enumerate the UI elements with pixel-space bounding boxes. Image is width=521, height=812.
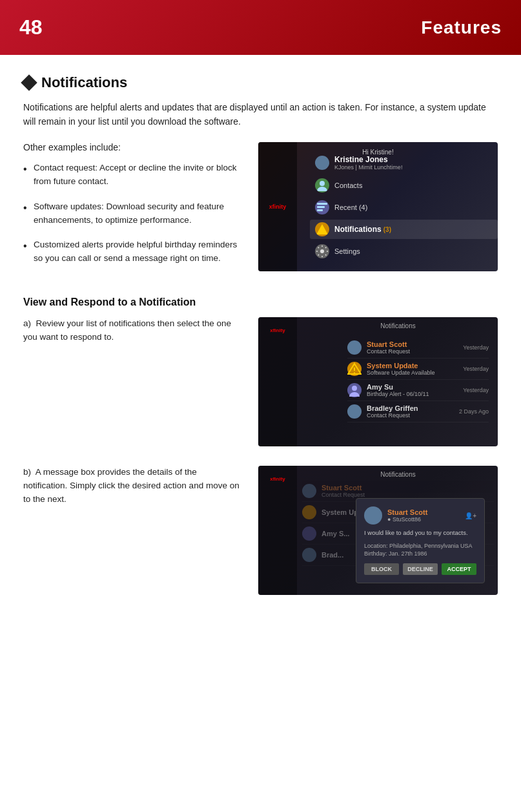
svg-marker-4 — [316, 224, 328, 234]
sc1-notif-label: Notifications (3) — [334, 225, 391, 234]
decline-button[interactable]: Decline — [403, 563, 438, 575]
sc3-bg-sub-1: Contact Request — [322, 492, 494, 498]
step-b-row: b) A message box provides the details of… — [23, 466, 498, 595]
sc1-sidebar: xfinity — [258, 142, 297, 271]
notifications-section-heading: Notifications — [23, 74, 498, 91]
step-b-label: b) — [23, 467, 31, 477]
screenshot3-col: xfinity Notifications Stuart Scott Conta… — [258, 466, 498, 595]
sc2-date-3: Yesterday — [463, 387, 489, 393]
step-a-text: a) Review your list of notifications the… — [23, 317, 243, 344]
sc2-item-info-2: System Update Software Update Available — [367, 362, 458, 376]
sc2-item-2[interactable]: System Update Software Update Available … — [347, 359, 489, 380]
sc1-settings-icon — [315, 244, 329, 258]
svg-point-9 — [352, 386, 357, 391]
sc1-notif-row[interactable]: Notifications (3) — [310, 220, 498, 239]
sc3-header: Notifications — [302, 466, 494, 481]
sc1-contacts-icon — [315, 178, 329, 193]
diamond-icon — [21, 74, 37, 90]
sc2-item-3[interactable]: Amy Su Birthday Alert - 06/10/11 Yesterd… — [347, 380, 489, 401]
sc2-name-2: System Update — [367, 362, 458, 370]
sc2-date-4: 2 Days Ago — [459, 408, 489, 415]
step-a-label: a) — [23, 318, 31, 328]
screenshot1-col: Hi Kristine! xfinity Kristine Jones KJon… — [258, 142, 498, 271]
sc2-xfinity-logo: xfinity — [258, 322, 297, 338]
popup-handle: ● StuScott86 — [387, 516, 427, 523]
screenshot2-col: xfinity Notifications Stuart Scott Conta… — [258, 317, 498, 446]
popup-avatar — [364, 506, 382, 525]
step-a-left: a) Review your list of notifications the… — [23, 317, 243, 352]
page-header: 48 Features — [0, 0, 521, 55]
svg-point-0 — [320, 181, 325, 186]
sc1-recent-row[interactable]: Recent (4) — [310, 198, 498, 217]
sc1-notif-icon — [315, 222, 329, 236]
sc2-name-4: Bradley Griffen — [367, 404, 454, 412]
intro-two-col: Other examples include: Contact request:… — [23, 142, 498, 278]
sc2-item-1[interactable]: Stuart Scott Contact Request Yesterday — [347, 337, 489, 359]
feature-bullets: Contact request: Accept or decline the i… — [23, 161, 243, 266]
sc1-settings-label: Settings — [334, 247, 360, 255]
other-examples-label: Other examples include: — [23, 142, 243, 152]
xfinity-logo: xfinity — [269, 203, 287, 210]
popup-body: I would like to add you to my contacts. — [364, 528, 476, 537]
bullet-customized-alerts: Customized alerts provide helpful birthd… — [23, 238, 243, 265]
svg-point-5 — [320, 249, 324, 253]
sc1-user-row: Kristine Jones KJones | Mimit Lunchtime! — [310, 152, 498, 173]
sc1-user-info: Kristine Jones KJones | Mimit Lunchtime! — [334, 155, 402, 171]
view-respond-heading: View and Respond to a Notification — [23, 297, 498, 308]
sc1-recent-icon — [315, 200, 329, 214]
view-respond-section: View and Respond to a Notification a) Re… — [23, 297, 498, 595]
notifications-description: Notifications are helpful alerts and upd… — [23, 100, 498, 129]
svg-rect-1 — [317, 203, 327, 205]
sc2-date-2: Yesterday — [463, 366, 489, 372]
step-b-text: b) A message box provides the details of… — [23, 466, 243, 506]
sc1-user-name: Kristine Jones — [334, 155, 388, 164]
sc3-bg-avatar-3 — [302, 526, 316, 541]
sc2-item-info-1: Stuart Scott Contact Request — [367, 340, 458, 355]
accept-button[interactable]: Accept — [442, 563, 476, 575]
sc2-sub-2: Software Update Available — [367, 370, 458, 376]
sc2-item-4[interactable]: Bradley Griffen Contact Request 2 Days A… — [347, 401, 489, 422]
sc3-bg-avatar-4 — [302, 548, 316, 562]
svg-rect-3 — [317, 209, 323, 211]
step-b-left: b) A message box provides the details of… — [23, 466, 243, 514]
bullets-col: Other examples include: Contact request:… — [23, 142, 243, 278]
sc3-bg-avatar-2 — [302, 505, 316, 519]
sc2-name-3: Amy Su — [367, 383, 458, 391]
sc2-sub-4: Contact Request — [367, 412, 454, 419]
sc2-avatar-3 — [347, 383, 362, 397]
bullet-contact-request: Contact request: Accept or decline the i… — [23, 161, 243, 189]
svg-rect-2 — [317, 206, 325, 208]
popup-buttons: Block Decline Accept — [364, 563, 476, 575]
sc2-item-info-3: Amy Su Birthday Alert - 06/10/11 — [367, 383, 458, 397]
popup-location: Location: Philadelphia, Pennsylvania USA — [364, 543, 476, 549]
sc1-contacts-label: Contacts — [334, 182, 362, 189]
sc2-avatar-2 — [347, 362, 362, 376]
contact-request-popup: Stuart Scott ● StuScott86 👤+ I would lik… — [356, 498, 485, 583]
bullet-software-updates: Software updates: Download security and … — [23, 200, 243, 227]
sc2-avatar-1 — [347, 340, 362, 355]
sc2-content: Notifications Stuart Scott Contact Reque… — [302, 317, 494, 422]
popup-birthday: Birthday: Jan. 27th 1986 — [364, 550, 476, 557]
sc2-item-info-4: Bradley Griffen Contact Request — [367, 404, 454, 419]
sc1-notif-badge: (3) — [383, 226, 391, 233]
screenshot-xfinity-menu: Hi Kristine! xfinity Kristine Jones KJon… — [258, 142, 498, 271]
sc1-contacts-row[interactable]: Contacts — [310, 176, 498, 195]
sc3-bg-avatar-1 — [302, 484, 316, 498]
sc2-sub-3: Birthday Alert - 06/10/11 — [367, 391, 458, 397]
sc3-bg-info-1: Stuart Scott Contact Request — [322, 484, 494, 498]
page-title: Features — [421, 17, 502, 38]
page-number: 48 — [19, 16, 43, 39]
sc2-date-1: Yesterday — [463, 344, 489, 351]
sc2-sub-1: Contact Request — [367, 348, 458, 355]
popup-name: Stuart Scott — [387, 508, 427, 516]
block-button[interactable]: Block — [364, 563, 399, 575]
step-a-row: a) Review your list of notifications the… — [23, 317, 498, 446]
sc1-settings-row[interactable]: Settings — [310, 242, 498, 261]
svg-point-8 — [354, 372, 355, 373]
sc2-sidebar: xfinity — [258, 317, 297, 446]
add-contact-icon: 👤+ — [465, 512, 476, 519]
sc1-menu: Kristine Jones KJones | Mimit Lunchtime!… — [310, 152, 498, 261]
step-a-description: Review your list of notifications then s… — [23, 318, 231, 342]
sc1-user-avatar — [315, 156, 329, 170]
sc3-sidebar: xfinity — [258, 466, 297, 595]
